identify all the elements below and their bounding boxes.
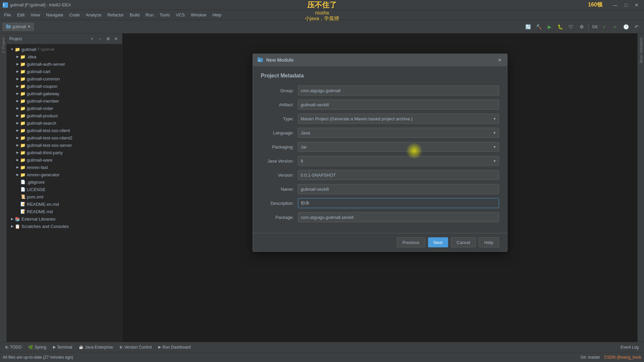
java-version-select[interactable]: 8 11 17	[298, 156, 499, 166]
menu-item-navigate[interactable]: Navigate	[43, 11, 66, 19]
tree-item-sso-server[interactable]: ▶ 📁 gulimall-test-sso-server	[7, 141, 122, 149]
dialog-close-button[interactable]: ✕	[496, 57, 503, 63]
git-status[interactable]: Git: master	[580, 355, 600, 360]
project-panel: Project + − ⚙ ✕ ▼ 📁 gulimall F:\gulimall…	[7, 34, 122, 342]
tree-item-sso-client[interactable]: ▶ 📁 gulimall-test-sso-client	[7, 127, 122, 134]
tree-item-readme-en[interactable]: ▶ 📝 README.en.md	[7, 200, 122, 208]
tree-item-ware[interactable]: ▶ 📁 gulimall-ware	[7, 156, 122, 164]
tree-item-renren-generator[interactable]: ▶ 📁 renren-generator	[7, 171, 122, 178]
coverage-button[interactable]: 🛡	[566, 22, 576, 32]
tree-item-common[interactable]: ▶ 📁 gulimall-common	[7, 75, 122, 82]
project-icon	[6, 24, 11, 29]
menu-item-window[interactable]: Window	[188, 11, 209, 19]
tree-item-gitignore[interactable]: ▶ 📄 .gitignore	[7, 178, 122, 186]
tree-item-external-libraries[interactable]: ▶ 📚 External Libraries	[7, 215, 122, 223]
scratches-label: Scratches and Consoles	[21, 224, 69, 229]
artifact-input[interactable]	[298, 100, 499, 110]
dialog-overlay: M New Module ✕ Project Metadata Group:	[122, 34, 637, 342]
package-input[interactable]	[298, 212, 499, 222]
menu-item-tools[interactable]: Tools	[157, 11, 172, 19]
git-revert-button[interactable]: ↶	[632, 22, 641, 32]
sync-button[interactable]: 🔄	[523, 22, 533, 32]
tree-item-sso-client2[interactable]: ▶ 📁 gulimall-test-sso-client2	[7, 134, 122, 141]
tree-item-idea[interactable]: ▶ 📁 .idea	[7, 53, 122, 60]
project-selector[interactable]: gulimall ▼	[3, 23, 34, 31]
tree-item-pom[interactable]: ▶ 📜 pom.xml	[7, 193, 122, 200]
type-select[interactable]: Maven Project (Generate a Maven based pr…	[298, 114, 499, 124]
tree-item-third-party[interactable]: ▶ 📁 gulimall-third-party	[7, 149, 122, 156]
project-header-close[interactable]: ✕	[113, 36, 119, 42]
tree-item-search[interactable]: ▶ 📁 gulimall-search	[7, 119, 122, 127]
tab-version-control[interactable]: 9: Version Control	[117, 343, 155, 352]
git-history-button[interactable]: 🕐	[621, 22, 631, 32]
tree-item-product[interactable]: ▶ 📁 gulimall-product	[7, 112, 122, 119]
menu-item-file[interactable]: File	[1, 11, 14, 19]
tree-item-renren-fast[interactable]: ▶ 📁 renren-fast	[7, 164, 122, 171]
tree-item-auth-server[interactable]: ▶ 📁 gulimall-auth-server	[7, 60, 122, 68]
menu-item-build[interactable]: Build	[127, 11, 142, 19]
debug-button[interactable]: 🐛	[555, 22, 565, 32]
minimize-button[interactable]: —	[610, 2, 620, 8]
run-button[interactable]: ▶	[545, 22, 554, 32]
tree-item-readme[interactable]: ▶ 📝 README.md	[7, 208, 122, 215]
tree-item-license[interactable]: ▶ 📄 LICENSE	[7, 186, 122, 193]
tree-item-gateway[interactable]: ▶ 📁 gulimall-gateway	[7, 90, 122, 97]
java-version-label: Java Version:	[261, 159, 298, 164]
idea-arrow: ▶	[15, 54, 20, 59]
watermark-line1: 压不住了	[305, 0, 339, 10]
build-button[interactable]: 🔨	[534, 22, 543, 32]
auth-arrow: ▶	[15, 61, 20, 67]
left-strip-item-1[interactable]: 1: Project	[1, 35, 6, 56]
language-select[interactable]: Java Kotlin Groovy	[298, 128, 499, 138]
menu-item-analyze[interactable]: Analyze	[83, 11, 104, 19]
menu-item-help[interactable]: Help	[210, 11, 224, 19]
name-input[interactable]	[298, 184, 499, 194]
git-commit-button[interactable]: ✓	[610, 22, 620, 32]
tab-java-enterprise[interactable]: ☕ Java Enterprise	[76, 343, 115, 352]
tab-terminal[interactable]: ▶ Terminal	[50, 343, 75, 352]
menu-item-refactor[interactable]: Refactor	[105, 11, 126, 19]
tree-item-scratches[interactable]: ▶ 📋 Scratches and Consoles	[7, 223, 122, 230]
tree-item-order[interactable]: ▶ 📁 gulimall-order	[7, 105, 122, 112]
group-input[interactable]	[298, 85, 499, 96]
auth-folder-icon: 📁	[20, 61, 25, 67]
project-header-collapse[interactable]: −	[97, 36, 103, 42]
project-name: gulimall	[12, 24, 26, 29]
right-strip-bean-validation[interactable]: Bean Validation	[638, 35, 644, 66]
tree-item-root[interactable]: ▼ 📁 gulimall F:\gulimall	[7, 46, 122, 53]
menu-item-view[interactable]: View	[28, 11, 43, 19]
tab-spring[interactable]: 🌿 Spring	[25, 343, 49, 352]
menu-item-edit[interactable]: Edit	[14, 11, 27, 19]
tree-item-coupon[interactable]: ▶ 📁 gulimall-coupon	[7, 82, 122, 90]
description-input[interactable]	[298, 198, 499, 208]
project-header-add[interactable]: +	[89, 36, 95, 42]
svg-rect-5	[258, 57, 260, 58]
next-button[interactable]: Next	[428, 237, 448, 247]
tab-event-log[interactable]: Event Log	[618, 343, 641, 352]
packaging-select[interactable]: Jar War	[298, 142, 499, 152]
menu-item-run[interactable]: Run	[143, 11, 156, 19]
version-input[interactable]	[298, 170, 499, 180]
previous-button[interactable]: Previous	[397, 237, 425, 247]
menu-item-vcs[interactable]: VCS	[173, 11, 187, 19]
tree-item-member[interactable]: ▶ 📁 gulimall-member	[7, 97, 122, 105]
project-tree: ▼ 📁 gulimall F:\gulimall ▶ 📁 .idea ▶ 📁 g…	[7, 44, 122, 342]
cancel-button[interactable]: Cancel	[451, 237, 476, 247]
git-check-button[interactable]: ✓	[600, 22, 609, 32]
project-header-settings[interactable]: ⚙	[105, 36, 111, 42]
name-label: Name:	[261, 187, 298, 192]
member-label: gulimall-member	[27, 99, 59, 104]
help-button[interactable]: Help	[479, 237, 499, 247]
maximize-button[interactable]: □	[621, 2, 631, 8]
tab-todo[interactable]: 6: TODO	[3, 343, 24, 352]
close-button[interactable]: ✕	[632, 2, 641, 8]
menu-item-code[interactable]: Code	[67, 11, 83, 19]
version-label: Version:	[261, 173, 298, 178]
tree-item-cart[interactable]: ▶ 📁 gulimall-cart	[7, 68, 122, 75]
tab-run-dashboard[interactable]: ▶ Run Dashboard	[156, 343, 193, 352]
status-right: Git: master CSDN @wang_book	[580, 355, 641, 360]
settings-button[interactable]: ⚙	[577, 22, 586, 32]
packaging-select-wrapper: Jar War ▼	[298, 142, 499, 152]
group-label: Group:	[261, 88, 298, 93]
sso-client2-label: gulimall-test-sso-client2	[27, 135, 72, 140]
